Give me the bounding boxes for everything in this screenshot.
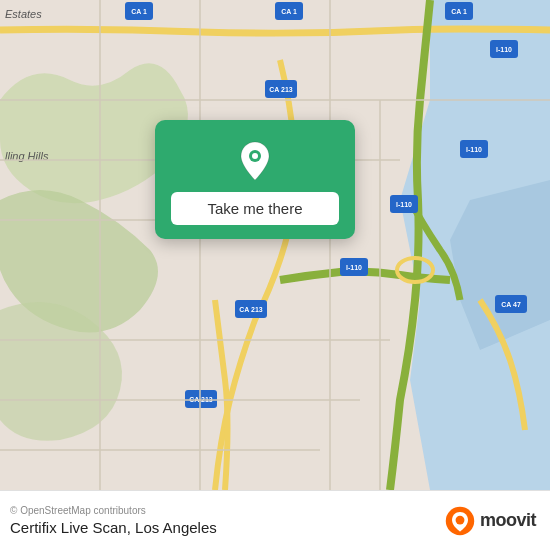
bottom-bar: © OpenStreetMap contributors Certifix Li… xyxy=(0,490,550,550)
moovit-logo: moovit xyxy=(444,505,536,537)
svg-point-41 xyxy=(456,515,465,524)
map-svg: CA 1 CA 1 CA 1 I-110 I-110 I-110 I-110 C… xyxy=(0,0,550,490)
svg-text:I-110: I-110 xyxy=(396,201,412,208)
location-name: Certifix Live Scan, Los Angeles xyxy=(10,519,217,536)
svg-point-39 xyxy=(252,153,258,159)
svg-text:I-110: I-110 xyxy=(466,146,482,153)
popup-card: Take me there xyxy=(155,120,355,239)
moovit-icon xyxy=(444,505,476,537)
svg-text:CA 1: CA 1 xyxy=(131,8,147,15)
svg-text:CA 47: CA 47 xyxy=(501,301,521,308)
svg-text:I-110: I-110 xyxy=(496,46,512,53)
svg-text:Estates: Estates xyxy=(5,8,42,20)
moovit-text: moovit xyxy=(480,510,536,531)
svg-text:CA 213: CA 213 xyxy=(239,306,263,313)
svg-text:CA 1: CA 1 xyxy=(451,8,467,15)
take-me-there-button[interactable]: Take me there xyxy=(171,192,339,225)
svg-text:I-110: I-110 xyxy=(346,264,362,271)
location-pin-icon xyxy=(233,138,277,182)
svg-text:CA 1: CA 1 xyxy=(281,8,297,15)
svg-text:CA 213: CA 213 xyxy=(269,86,293,93)
osm-attribution: © OpenStreetMap contributors xyxy=(10,505,217,516)
bottom-left: © OpenStreetMap contributors Certifix Li… xyxy=(10,505,217,536)
map-container: CA 1 CA 1 CA 1 I-110 I-110 I-110 I-110 C… xyxy=(0,0,550,490)
